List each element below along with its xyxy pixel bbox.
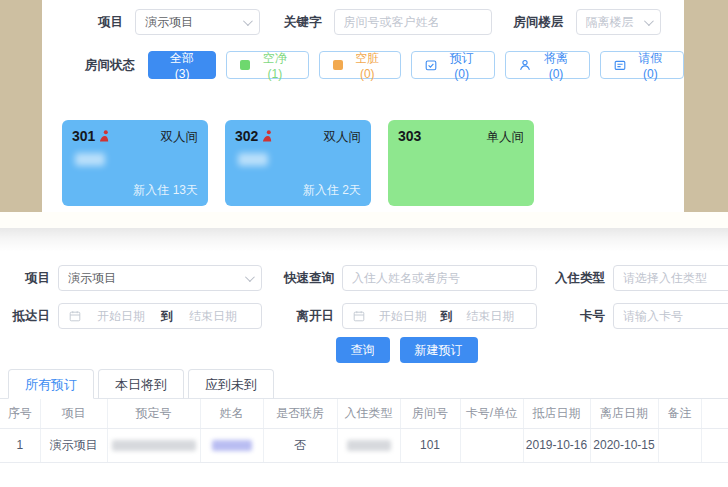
cell-card-unit (460, 428, 523, 462)
cell-checkin-type (337, 428, 400, 462)
status-filter-label: 预订 (0) (442, 50, 481, 81)
project-select[interactable]: 演示项目 (135, 9, 260, 35)
reservation-table: 序号项目预定号姓名是否联房入住类型房间号卡号/单位抵店日期离店日期备注 1演示项… (0, 399, 728, 463)
project-select[interactable]: 演示项目 (58, 265, 262, 291)
status-filter-vacant-dirty-button[interactable]: 空脏 (0) (319, 51, 401, 79)
status-filter-label: 请假 (0) (631, 50, 670, 81)
person-icon (519, 59, 531, 71)
end-date-placeholder: 结束日期 (455, 308, 527, 325)
cell-remark (658, 428, 701, 462)
keyword-input[interactable] (334, 9, 492, 35)
reservation-tabs: 所有预订本日将到应到未到 (0, 363, 728, 399)
project-label: 项目 (0, 270, 50, 287)
status-filter-on-leave-button[interactable]: 请假 (0) (600, 51, 684, 79)
room-card-303[interactable]: 303单人间 (388, 120, 534, 206)
room-status-section: 项目 演示项目 关键字 房间楼层 隔离楼层 房间状态 全部 (3)空净 (1)空… (0, 0, 728, 212)
redacted-value (112, 440, 196, 451)
occupant-icon (100, 130, 111, 142)
room-number: 303 (398, 128, 421, 144)
calendar-icon (353, 310, 365, 322)
keyword-label: 关键字 (284, 14, 322, 31)
guest-name-redacted (75, 153, 105, 166)
cell-extra (701, 428, 728, 462)
arrival-date-label: 抵达日 (0, 308, 50, 325)
reservation-filter-row-1: 项目 演示项目 快速查询 入住类型 (0, 265, 728, 291)
room-card-grid: 301双人间新入住 13天302双人间新入住 2天303单人间 (42, 79, 684, 206)
card-number-label: 卡号 (549, 308, 605, 325)
cell-linked-room: 否 (263, 428, 337, 462)
room-status-label: 房间状态 (85, 57, 135, 74)
room-stay-note: 新入住 13天 (133, 182, 198, 199)
room-type: 双人间 (324, 128, 362, 146)
redacted-value (347, 440, 391, 451)
column-header: 预定号 (107, 399, 200, 428)
tab-arriving-today[interactable]: 本日将到 (98, 369, 184, 399)
quick-search-label: 快速查询 (274, 270, 334, 287)
status-filter-reserved-button[interactable]: 预订 (0) (411, 51, 495, 79)
reservation-section: 项目 演示项目 快速查询 入住类型 抵达日 开始日期 到 结束日期 离开日 开始… (0, 265, 728, 463)
column-header: 入住类型 (337, 399, 400, 428)
cell-arrival-date: 2019-10-16 (523, 428, 590, 462)
room-status-panel: 项目 演示项目 关键字 房间楼层 隔离楼层 房间状态 全部 (3)空净 (1)空… (42, 0, 684, 212)
tab-all-reservations[interactable]: 所有预订 (8, 369, 94, 399)
status-filter-vacant-clean-button[interactable]: 空净 (1) (226, 51, 308, 79)
column-header: 项目 (40, 399, 107, 428)
section-shadow (0, 228, 728, 256)
reservation-filter-row-2: 抵达日 开始日期 到 结束日期 离开日 开始日期 到 结束日期 卡号 (0, 303, 728, 329)
status-filter-departing-button[interactable]: 将离 (0) (505, 51, 589, 79)
room-stay-note: 新入住 2天 (303, 182, 361, 199)
room-number: 302 (235, 128, 274, 144)
leave-card-icon (614, 59, 626, 71)
column-header: 姓名 (200, 399, 263, 428)
redacted-value (212, 440, 252, 451)
calendar-icon (69, 310, 81, 322)
room-card-301[interactable]: 301双人间新入住 13天 (62, 120, 208, 206)
guest-name-redacted (238, 153, 268, 166)
status-filter-label: 空净 (1) (255, 50, 294, 81)
end-date-placeholder: 结束日期 (175, 308, 251, 325)
column-header: 备注 (658, 399, 701, 428)
chevron-down-icon (245, 272, 255, 282)
checkin-type-label: 入住类型 (549, 270, 605, 287)
quick-search-input[interactable] (342, 265, 537, 291)
start-date-placeholder: 开始日期 (83, 308, 159, 325)
checkin-type-select[interactable] (613, 265, 728, 291)
new-reservation-button[interactable]: 新建预订 (400, 337, 478, 363)
cell-name (200, 428, 263, 462)
column-header: 离店日期 (590, 399, 658, 428)
column-header: 抵店日期 (523, 399, 590, 428)
status-filter-label: 将离 (0) (536, 50, 575, 81)
calendar-check-icon (425, 59, 437, 71)
floor-select-placeholder: 隔离楼层 (586, 14, 634, 31)
project-label: 项目 (98, 14, 123, 31)
chevron-down-icon (643, 16, 653, 26)
clean-swatch-icon (240, 60, 250, 70)
cell-seq: 1 (0, 428, 40, 462)
cell-room-no: 101 (400, 428, 460, 462)
date-range-to-label: 到 (439, 308, 455, 325)
status-filter-label: 空脏 (0) (348, 50, 387, 81)
status-filter-label: 全部 (3) (162, 50, 202, 81)
start-date-placeholder: 开始日期 (367, 308, 439, 325)
column-header-empty (701, 399, 728, 428)
arrival-date-range-picker[interactable]: 开始日期 到 结束日期 (58, 303, 262, 329)
occupant-icon (263, 130, 274, 142)
floor-select[interactable]: 隔离楼层 (576, 9, 661, 35)
cell-departure-date: 2020-10-15 (590, 428, 658, 462)
column-header: 房间号 (400, 399, 460, 428)
table-row: 1演示项目否1012019-10-162020-10-15 (0, 428, 728, 462)
room-card-302[interactable]: 302双人间新入住 2天 (225, 120, 371, 206)
action-button-row: 查询 新建预订 (0, 337, 728, 363)
departure-date-label: 离开日 (274, 308, 334, 325)
cell-reservation-no (107, 428, 200, 462)
status-filter-all-button[interactable]: 全部 (3) (148, 51, 216, 79)
card-number-input[interactable] (613, 303, 728, 329)
room-status-filter-row: 房间状态 全部 (3)空净 (1)空脏 (0)预订 (0)将离 (0)请假 (0… (42, 51, 684, 79)
query-button[interactable]: 查询 (336, 337, 390, 363)
dirty-swatch-icon (333, 60, 343, 70)
column-header: 序号 (0, 399, 40, 428)
departure-date-range-picker[interactable]: 开始日期 到 结束日期 (342, 303, 537, 329)
tab-expected-not-arrived[interactable]: 应到未到 (188, 369, 274, 399)
floor-label: 房间楼层 (514, 14, 564, 31)
room-card-header: 303单人间 (398, 128, 524, 146)
